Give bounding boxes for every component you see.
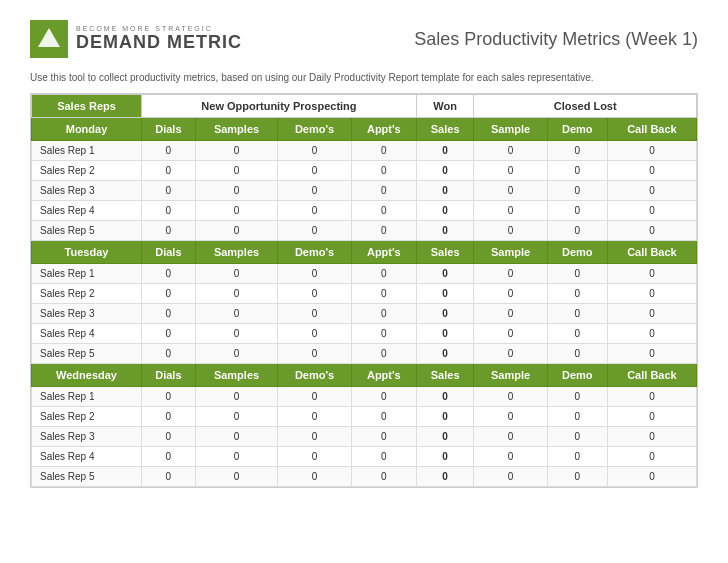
sub-header-cell: Dials	[142, 118, 196, 141]
rep-name-cell: Sales Rep 1	[32, 141, 142, 161]
data-cell: 0	[142, 407, 196, 427]
data-cell: 0	[607, 467, 696, 487]
data-cell: 0	[474, 161, 547, 181]
rep-name-cell: Sales Rep 2	[32, 407, 142, 427]
sub-header-cell: Dials	[142, 241, 196, 264]
data-cell: 0	[278, 304, 352, 324]
rep-name-cell: Sales Rep 4	[32, 447, 142, 467]
closed-lost-header: Closed Lost	[474, 95, 697, 118]
data-cell: 0	[195, 427, 278, 447]
data-cell: 0	[474, 387, 547, 407]
data-cell: 0	[547, 324, 607, 344]
data-cell: 0	[142, 161, 196, 181]
data-cell: 0	[607, 284, 696, 304]
sub-header-cell: Demo's	[278, 241, 352, 264]
table-row: Sales Rep 500000000	[32, 467, 697, 487]
data-cell: 0	[351, 221, 416, 241]
data-cell: 0	[351, 201, 416, 221]
data-cell: 0	[416, 467, 473, 487]
data-cell: 0	[278, 344, 352, 364]
sub-header-cell: Demo's	[278, 364, 352, 387]
data-cell: 0	[278, 141, 352, 161]
sub-header-cell: Dials	[142, 364, 196, 387]
sub-header-cell: Demo	[547, 364, 607, 387]
data-cell: 0	[278, 427, 352, 447]
table-row: Sales Rep 300000000	[32, 181, 697, 201]
data-cell: 0	[351, 344, 416, 364]
page-header: Become More Strategic Demand Metric Sale…	[30, 20, 698, 58]
data-cell: 0	[474, 284, 547, 304]
rep-name-cell: Sales Rep 1	[32, 264, 142, 284]
rep-name-cell: Sales Rep 3	[32, 427, 142, 447]
data-cell: 0	[607, 324, 696, 344]
sub-header-cell: Samples	[195, 118, 278, 141]
data-cell: 0	[142, 201, 196, 221]
won-header: Won	[416, 95, 473, 118]
data-cell: 0	[547, 387, 607, 407]
day-name-cell: Monday	[32, 118, 142, 141]
sub-header-cell: Call Back	[607, 364, 696, 387]
day-header-row: TuesdayDialsSamplesDemo'sAppt'sSalesSamp…	[32, 241, 697, 264]
metrics-table-wrapper: Sales Reps New Opportunity Prospecting W…	[30, 93, 698, 488]
data-cell: 0	[195, 161, 278, 181]
data-cell: 0	[416, 284, 473, 304]
data-cell: 0	[195, 304, 278, 324]
sub-header-cell: Samples	[195, 364, 278, 387]
data-cell: 0	[607, 344, 696, 364]
day-name-cell: Wednesday	[32, 364, 142, 387]
data-cell: 0	[474, 344, 547, 364]
logo-name: Demand Metric	[76, 32, 242, 53]
data-cell: 0	[607, 264, 696, 284]
data-cell: 0	[195, 221, 278, 241]
data-cell: 0	[607, 221, 696, 241]
data-cell: 0	[195, 324, 278, 344]
data-cell: 0	[416, 304, 473, 324]
data-cell: 0	[142, 427, 196, 447]
sub-header-cell: Call Back	[607, 118, 696, 141]
sub-header-cell: Demo's	[278, 118, 352, 141]
data-cell: 0	[607, 161, 696, 181]
data-cell: 0	[547, 284, 607, 304]
data-cell: 0	[416, 161, 473, 181]
logo-text-area: Become More Strategic Demand Metric	[76, 25, 242, 53]
data-cell: 0	[547, 221, 607, 241]
data-cell: 0	[416, 264, 473, 284]
data-cell: 0	[547, 181, 607, 201]
data-cell: 0	[607, 304, 696, 324]
data-cell: 0	[278, 324, 352, 344]
data-cell: 0	[607, 447, 696, 467]
sub-header-cell: Sales	[416, 118, 473, 141]
rep-name-cell: Sales Rep 5	[32, 221, 142, 241]
data-cell: 0	[474, 407, 547, 427]
data-cell: 0	[351, 304, 416, 324]
data-cell: 0	[351, 324, 416, 344]
rep-name-cell: Sales Rep 4	[32, 201, 142, 221]
data-cell: 0	[547, 201, 607, 221]
data-cell: 0	[416, 427, 473, 447]
data-cell: 0	[278, 447, 352, 467]
data-cell: 0	[195, 141, 278, 161]
group-header-row: Sales Reps New Opportunity Prospecting W…	[32, 95, 697, 118]
data-cell: 0	[142, 324, 196, 344]
data-cell: 0	[416, 407, 473, 427]
data-cell: 0	[474, 447, 547, 467]
day-header-row: WednesdayDialsSamplesDemo'sAppt'sSalesSa…	[32, 364, 697, 387]
data-cell: 0	[278, 407, 352, 427]
data-cell: 0	[351, 447, 416, 467]
data-cell: 0	[142, 304, 196, 324]
data-cell: 0	[351, 284, 416, 304]
data-cell: 0	[416, 324, 473, 344]
data-cell: 0	[278, 181, 352, 201]
rep-name-cell: Sales Rep 5	[32, 344, 142, 364]
data-cell: 0	[351, 407, 416, 427]
sub-header-cell: Demo	[547, 118, 607, 141]
sub-header-cell: Appt's	[351, 364, 416, 387]
data-cell: 0	[351, 264, 416, 284]
sub-header-cell: Sales	[416, 241, 473, 264]
table-row: Sales Rep 400000000	[32, 324, 697, 344]
table-row: Sales Rep 200000000	[32, 284, 697, 304]
day-name-cell: Tuesday	[32, 241, 142, 264]
table-row: Sales Rep 100000000	[32, 264, 697, 284]
metrics-table: Sales Reps New Opportunity Prospecting W…	[31, 94, 697, 487]
data-cell: 0	[195, 344, 278, 364]
